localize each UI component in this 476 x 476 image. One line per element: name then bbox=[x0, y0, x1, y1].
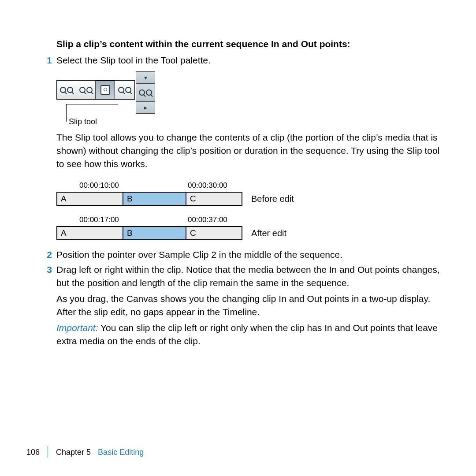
page-number: 106 bbox=[26, 448, 40, 457]
tc-before-out: 00:00:30:00 bbox=[188, 181, 227, 190]
flyout-cell-mid-icon bbox=[136, 83, 155, 102]
tool-palette-figure: ▾ ▸ bbox=[56, 77, 149, 102]
timeline-before: 00:00:10:00 00:00:30:00 A B C Before edi… bbox=[56, 181, 446, 206]
tc-after-in: 00:00:17:00 bbox=[79, 216, 119, 224]
timecode-row-before: 00:00:10:00 00:00:30:00 bbox=[56, 181, 446, 191]
tc-after-out: 00:00:37:00 bbox=[188, 216, 227, 224]
page: Slip a clip’s content within the current… bbox=[0, 0, 476, 476]
segment-c: C bbox=[186, 193, 242, 205]
timecode-row-after: 00:00:17:00 00:00:37:00 bbox=[56, 216, 446, 225]
important-note: Important: You can slip the clip left or… bbox=[56, 321, 446, 348]
important-text: You can slip the clip left or right only… bbox=[56, 323, 438, 346]
step-3: 3 Drag left or right within the clip. No… bbox=[56, 263, 446, 290]
footer-separator bbox=[48, 446, 48, 457]
tool-callout: Slip tool bbox=[66, 105, 446, 126]
important-label: Important: bbox=[56, 323, 98, 333]
clip-bar-before: A B C bbox=[56, 192, 242, 206]
segment-b: B bbox=[123, 227, 186, 239]
step-text: Position the pointer over Sample Clip 2 … bbox=[56, 248, 446, 261]
timeline-diagram: 00:00:10:00 00:00:30:00 A B C Before edi… bbox=[56, 181, 446, 240]
step-text: Select the Slip tool in the Tool palette… bbox=[56, 54, 446, 67]
step-number: 2 bbox=[42, 248, 52, 261]
roll-tool-icon bbox=[76, 81, 96, 99]
drag-result-paragraph: As you drag, the Canvas shows you the ch… bbox=[56, 292, 446, 319]
segment-a: A bbox=[57, 227, 123, 239]
before-edit-label: Before edit bbox=[251, 194, 294, 204]
page-footer: 106 Chapter 5 Basic Editing bbox=[26, 447, 144, 457]
flyout-cell-up-icon: ▾ bbox=[136, 71, 155, 84]
timeline-after: 00:00:17:00 00:00:37:00 A B C After edit bbox=[56, 216, 446, 240]
chapter-label: Chapter 5 bbox=[56, 448, 91, 457]
slip-tool-icon bbox=[57, 81, 76, 99]
segment-a: A bbox=[57, 193, 123, 205]
segment-b: B bbox=[123, 193, 186, 205]
callout-text: Slip tool bbox=[66, 105, 446, 126]
step-number: 3 bbox=[42, 263, 52, 276]
step-1: 1 Select the Slip tool in the Tool palet… bbox=[56, 54, 446, 67]
after-edit-label: After edit bbox=[251, 228, 286, 238]
time-remap-tool-icon bbox=[96, 81, 115, 99]
callout-line bbox=[66, 104, 67, 122]
slip-tool-description: The Slip tool allows you to change the c… bbox=[56, 131, 446, 171]
tool-row bbox=[56, 80, 135, 100]
chapter-title: Basic Editing bbox=[98, 448, 144, 457]
segment-c: C bbox=[186, 227, 242, 239]
step-text: Drag left or right within the clip. Noti… bbox=[56, 263, 446, 290]
slide-tool-icon bbox=[115, 81, 134, 99]
step-number: 1 bbox=[42, 54, 52, 67]
clip-bar-after: A B C bbox=[56, 226, 242, 240]
tc-before-in: 00:00:10:00 bbox=[79, 181, 119, 190]
step-2: 2 Position the pointer over Sample Clip … bbox=[56, 248, 446, 261]
section-heading: Slip a clip’s content within the current… bbox=[56, 39, 446, 49]
